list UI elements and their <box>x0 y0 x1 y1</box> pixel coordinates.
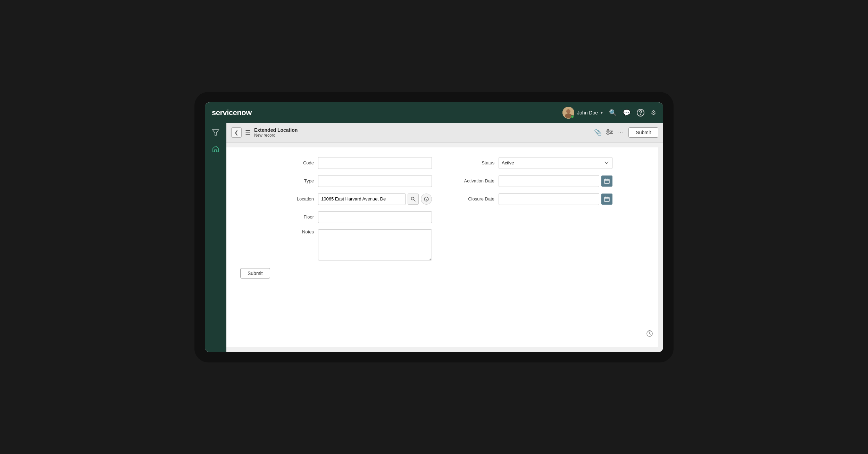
activation-date-field <box>499 175 612 187</box>
closure-date-field <box>499 193 612 205</box>
svg-line-24 <box>650 334 651 334</box>
empty-spacer <box>453 211 612 223</box>
sidebar-filter-icon[interactable] <box>212 129 219 138</box>
floor-input[interactable] <box>318 211 432 223</box>
code-field-row: Code <box>272 157 432 169</box>
filter-settings-icon[interactable] <box>606 129 613 136</box>
notes-textarea[interactable] <box>318 229 432 260</box>
svg-rect-10 <box>604 179 609 183</box>
main-panel: ❮ ☰ Extended Location New record 📎 <box>226 123 663 352</box>
form-submit-button[interactable]: Submit <box>240 268 270 279</box>
attach-icon[interactable]: 📎 <box>594 129 602 136</box>
top-nav: servicenow John Doe ▾ <box>205 102 663 123</box>
avatar <box>562 107 574 119</box>
toolbar-title: Extended Location New record <box>254 127 298 138</box>
toolbar-submit-button[interactable]: Submit <box>628 127 658 138</box>
type-label: Type <box>272 178 314 183</box>
svg-line-15 <box>414 199 416 201</box>
toolbar: ❮ ☰ Extended Location New record 📎 <box>226 123 663 143</box>
user-dropdown-icon: ▾ <box>601 110 603 115</box>
closure-date-row: Closure Date <box>453 193 612 205</box>
status-select[interactable]: Active Inactive Pending <box>499 157 612 169</box>
location-field: i <box>318 193 432 205</box>
svg-point-9 <box>607 132 609 134</box>
location-label: Location <box>272 196 314 202</box>
content-area: ❮ ☰ Extended Location New record 📎 <box>205 123 663 352</box>
type-field-row: Type <box>272 175 432 187</box>
type-input[interactable] <box>318 175 432 187</box>
svg-point-1 <box>566 109 570 113</box>
more-options-icon[interactable]: ··· <box>617 129 624 136</box>
floor-label: Floor <box>272 214 314 220</box>
svg-marker-3 <box>212 130 219 135</box>
search-icon[interactable]: 🔍 <box>609 109 617 117</box>
svg-text:i: i <box>426 198 427 201</box>
status-label: Status <box>453 160 494 165</box>
location-info-icon[interactable]: i <box>421 194 432 205</box>
settings-icon[interactable]: ⚙ <box>651 109 656 117</box>
online-indicator <box>571 115 574 118</box>
closure-date-calendar-icon[interactable] <box>601 194 612 205</box>
user-name-label: John Doe <box>577 110 598 115</box>
notes-field-row: Notes <box>272 229 432 260</box>
svg-point-8 <box>610 131 612 132</box>
closure-date-input[interactable] <box>499 193 599 205</box>
back-button[interactable]: ❮ <box>231 127 242 138</box>
svg-rect-18 <box>604 197 609 202</box>
help-icon[interactable]: ? <box>637 109 644 117</box>
form-area: Code Status Active Inactive Pending <box>226 147 658 347</box>
record-status-label: New record <box>254 133 298 138</box>
notes-label: Notes <box>272 229 314 234</box>
nav-right: John Doe ▾ 🔍 💬 ? ⚙ <box>562 107 656 119</box>
sidebar-home-icon[interactable] <box>212 145 219 154</box>
form-footer: Submit <box>240 268 644 279</box>
code-label: Code <box>272 160 314 165</box>
hamburger-menu-icon[interactable]: ☰ <box>245 129 251 136</box>
form-grid: Code Status Active Inactive Pending <box>272 157 612 260</box>
record-type-label: Extended Location <box>254 127 298 133</box>
user-menu[interactable]: John Doe ▾ <box>562 107 603 119</box>
floor-field-row: Floor <box>272 211 432 223</box>
activation-date-row: Activation Date <box>453 175 612 187</box>
app-logo: servicenow <box>212 108 252 117</box>
toolbar-actions: 📎 ··· <box>594 127 658 138</box>
timer-icon[interactable] <box>646 329 653 339</box>
code-input[interactable] <box>318 157 432 169</box>
sidebar <box>205 123 226 352</box>
status-field-row: Status Active Inactive Pending <box>453 157 612 169</box>
activation-date-label: Activation Date <box>453 178 494 183</box>
svg-point-7 <box>607 129 609 131</box>
activation-date-calendar-icon[interactable] <box>601 175 612 187</box>
chat-icon[interactable]: 💬 <box>623 109 631 117</box>
location-search-icon[interactable] <box>408 194 419 205</box>
closure-date-label: Closure Date <box>453 196 494 202</box>
location-field-row: Location <box>272 193 432 205</box>
activation-date-input[interactable] <box>499 175 599 187</box>
location-input[interactable] <box>318 193 406 205</box>
